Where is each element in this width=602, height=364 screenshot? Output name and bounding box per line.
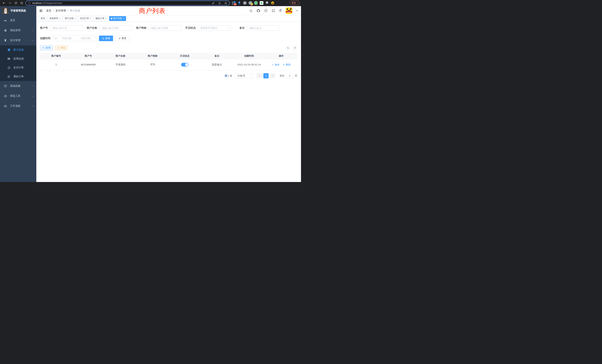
browser-forward-icon[interactable]	[7, 0, 12, 5]
cell-seq: 1	[40, 59, 72, 70]
tab-user-group[interactable]: 用户分组×	[63, 16, 77, 21]
create-time-range-picker[interactable]: 开始日期 - 结束日期	[53, 36, 96, 41]
sidebar-item-infra[interactable]: 基础设施	[0, 81, 36, 91]
tab-pay-order[interactable]: 支付订单×	[78, 16, 93, 21]
font-size-icon[interactable]: tT	[279, 9, 282, 12]
tab-merchant-info[interactable]: 商户信息×	[109, 16, 126, 21]
bookmark-star-icon[interactable]	[224, 2, 227, 5]
cell-merchant-no: M233666999	[72, 59, 105, 70]
page-size-select[interactable]: 10条/页	[235, 73, 253, 78]
avatar-caret-icon[interactable]	[296, 10, 298, 11]
add-button[interactable]: 新增	[40, 45, 53, 50]
extension-command-icon[interactable]: ⌘	[243, 1, 247, 5]
profile-avatar-icon[interactable]	[271, 1, 275, 5]
extensions-puzzle-icon[interactable]	[265, 1, 269, 5]
browser-back-icon[interactable]	[1, 0, 6, 5]
extension-badge: 10	[234, 3, 236, 5]
close-icon[interactable]: ×	[123, 17, 124, 20]
browser-chrome: i localhost:1024/pay/merchant 10	[0, 0, 301, 6]
page-number-1[interactable]: 1	[263, 73, 269, 78]
reset-button[interactable]: 重置	[115, 36, 129, 41]
sidebar-item-refund-order[interactable]: 退款订单	[0, 72, 36, 81]
cell-actions: 修改 删除	[265, 59, 298, 70]
extension-gem-icon[interactable]	[237, 1, 241, 5]
close-icon[interactable]: ×	[90, 17, 91, 20]
annotation-merchant-list: 商户列表	[139, 7, 165, 15]
sidebar-item-system[interactable]: 系统管理	[0, 25, 36, 35]
breadcrumb-pay[interactable]: 支付管理	[55, 9, 66, 12]
edit-link[interactable]: 修改	[272, 63, 280, 66]
svg-text:¥: ¥	[9, 67, 10, 69]
extension-grid-icon[interactable]: 10	[232, 1, 236, 5]
end-date-placeholder: 结束日期	[77, 37, 94, 40]
header-search-icon[interactable]	[249, 9, 253, 12]
extension-dot-icon[interactable]: 1	[248, 1, 252, 5]
tab-process-form[interactable]: 流程表单×	[48, 16, 62, 21]
merchant-no-input[interactable]	[50, 25, 83, 31]
next-page-button[interactable]	[270, 73, 275, 78]
sidebar-submenu-pay: 商户信息 应用信息 ¥ 支付订单	[0, 45, 36, 81]
tab-home[interactable]: 首页	[39, 16, 47, 21]
password-key-icon[interactable]	[212, 2, 215, 5]
site-info-icon[interactable]: i	[28, 2, 31, 4]
user-avatar[interactable]	[286, 7, 292, 14]
goto-page-input[interactable]	[286, 73, 293, 78]
close-icon[interactable]: ×	[105, 17, 107, 20]
gear-icon	[3, 29, 7, 32]
extension-y-icon[interactable]: y	[254, 1, 258, 5]
browser-update-button[interactable]: 更新	[290, 1, 300, 5]
github-icon[interactable]	[257, 9, 260, 13]
search-button[interactable]: 搜索	[99, 36, 113, 41]
extension-chat-icon[interactable]	[260, 1, 264, 5]
sidebar-logo-row[interactable]: 芋道管理系统	[0, 6, 36, 15]
export-button[interactable]: 导出	[55, 45, 68, 50]
sidebar-item-label: 支付管理	[10, 39, 20, 42]
browser-home-icon[interactable]	[19, 0, 24, 5]
refresh-button[interactable]	[292, 45, 297, 50]
remark-input[interactable]	[247, 25, 280, 31]
chevron-down-icon	[31, 105, 33, 107]
close-icon[interactable]: ×	[75, 17, 76, 20]
status-label: 开启状态	[185, 26, 198, 30]
tab-refund-order[interactable]: 退款订单×	[94, 16, 108, 21]
chevron-down-icon	[249, 75, 251, 77]
col-seq: 商户编号	[40, 53, 72, 59]
share-icon[interactable]	[218, 2, 221, 4]
status-select[interactable]: 请选择开启状态	[198, 25, 231, 31]
breadcrumb-separator: /	[67, 9, 68, 12]
cell-short-name: 芋艿	[137, 59, 169, 70]
sidebar-item-workflow[interactable]: 工作流程	[0, 101, 36, 111]
status-toggle[interactable]	[181, 63, 189, 66]
address-bar[interactable]: i localhost:1024/pay/merchant	[25, 0, 230, 6]
browser-reload-icon[interactable]	[13, 0, 18, 5]
goto-page: 前往 页	[280, 73, 297, 78]
close-icon[interactable]: ×	[59, 17, 60, 20]
sidebar-item-label: 首页	[10, 19, 15, 22]
help-icon[interactable]: ?	[264, 9, 268, 12]
sidebar-item-pay-order[interactable]: ¥ 支付订单	[0, 63, 36, 72]
fullscreen-icon[interactable]	[271, 9, 275, 12]
browser-menu-icon[interactable]	[298, 2, 298, 4]
sidebar-item-merchant-info[interactable]: 商户信息	[0, 45, 36, 54]
short-name-input[interactable]	[149, 25, 182, 31]
filter-row-2: 创建时间 开始日期 - 结束日期 搜索	[40, 36, 297, 41]
sidebar-item-pay[interactable]: ¥ 支付管理	[0, 35, 36, 45]
sidebar-item-label: 基础设施	[10, 84, 20, 88]
chevron-down-icon	[31, 85, 33, 87]
full-name-input[interactable]	[99, 25, 132, 31]
breadcrumb-home[interactable]: 首页	[46, 9, 51, 12]
sidebar-collapse-icon[interactable]	[39, 9, 43, 13]
col-full-name: 商户全称	[104, 53, 137, 59]
sidebar-item-dev-tools[interactable]: 研发工具	[0, 91, 36, 101]
toggle-search-button[interactable]	[285, 45, 290, 50]
toolbox-icon	[3, 95, 7, 98]
sidebar-item-home[interactable]: 首页	[0, 15, 36, 25]
delete-link[interactable]: 删除	[283, 63, 291, 66]
sidebar: 芋道管理系统 首页 系统管理 ¥ 支付管理	[0, 6, 36, 182]
navbar-actions: ? tT	[249, 7, 301, 14]
chevron-down-icon	[227, 27, 229, 29]
col-status: 开启状态	[169, 53, 201, 59]
full-name-label: 商户全称	[87, 26, 99, 30]
sidebar-item-app-info[interactable]: 应用信息	[0, 54, 36, 63]
prev-page-button[interactable]	[257, 73, 262, 78]
